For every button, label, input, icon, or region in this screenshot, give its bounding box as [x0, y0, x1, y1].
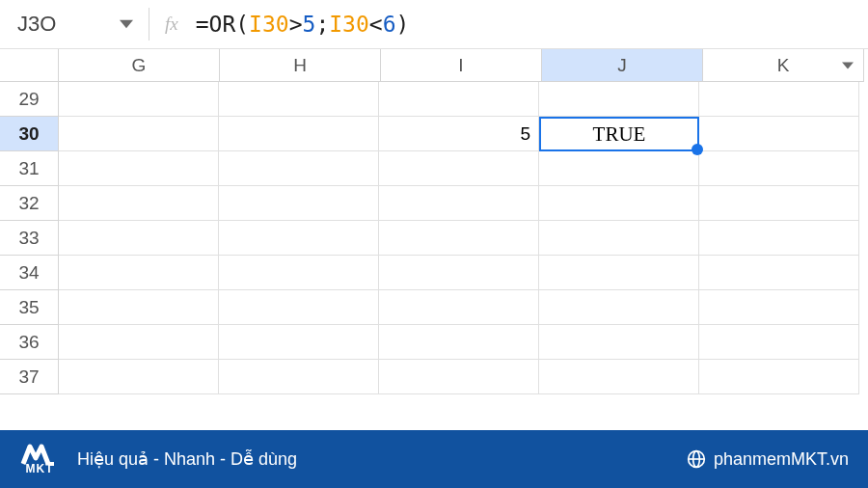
row-header[interactable]: 33: [0, 221, 59, 256]
column-header-selected[interactable]: J: [542, 49, 703, 82]
column-header[interactable]: I: [381, 49, 542, 82]
cell[interactable]: [219, 360, 379, 394]
cell-I30[interactable]: 5: [379, 117, 539, 151]
cell[interactable]: [699, 360, 859, 394]
cell[interactable]: [699, 221, 859, 256]
footer-site-link[interactable]: phanmemMKT.vn: [687, 449, 849, 470]
cell[interactable]: [219, 256, 379, 290]
cell[interactable]: [379, 256, 539, 290]
row-36: 36: [0, 325, 868, 360]
cell[interactable]: [59, 151, 219, 186]
row-30: 30 5 TRUE: [0, 117, 868, 151]
row-34: 34: [0, 256, 868, 290]
cell[interactable]: [539, 360, 699, 394]
cell[interactable]: [539, 325, 699, 360]
cell[interactable]: [219, 82, 379, 117]
cell[interactable]: [59, 256, 219, 290]
cell[interactable]: [59, 221, 219, 256]
cell[interactable]: [699, 117, 859, 151]
row-header[interactable]: 32: [0, 186, 59, 221]
select-all-corner[interactable]: [0, 49, 59, 82]
cell[interactable]: [219, 186, 379, 221]
row-header[interactable]: 37: [0, 360, 59, 394]
column-header-row: G H I J K: [0, 49, 868, 82]
cell[interactable]: [219, 117, 379, 151]
row-header[interactable]: 36: [0, 325, 59, 360]
cell[interactable]: [59, 117, 219, 151]
cell[interactable]: [539, 82, 699, 117]
cell[interactable]: [219, 151, 379, 186]
cell[interactable]: [379, 186, 539, 221]
formula-bar: J3O fx =OR(I30>5;I30<6): [0, 0, 868, 49]
cell[interactable]: [59, 290, 219, 325]
name-box[interactable]: J3O: [17, 12, 133, 37]
fx-icon[interactable]: fx: [165, 14, 178, 35]
cell[interactable]: [699, 256, 859, 290]
cell[interactable]: [699, 290, 859, 325]
cell[interactable]: [699, 151, 859, 186]
column-menu-icon[interactable]: [842, 55, 854, 76]
cell[interactable]: [379, 151, 539, 186]
row-31: 31: [0, 151, 868, 186]
cell-J30-selected[interactable]: TRUE: [539, 117, 699, 151]
row-32: 32: [0, 186, 868, 221]
cell[interactable]: [539, 256, 699, 290]
row-37: 37: [0, 360, 868, 394]
cell[interactable]: [219, 290, 379, 325]
cell[interactable]: [219, 221, 379, 256]
formula-input[interactable]: =OR(I30>5;I30<6): [196, 12, 410, 37]
cell[interactable]: [539, 186, 699, 221]
cell[interactable]: [59, 82, 219, 117]
footer-site-text: phanmemMKT.vn: [714, 449, 849, 470]
cell[interactable]: [219, 325, 379, 360]
cell[interactable]: [699, 186, 859, 221]
cell[interactable]: [59, 360, 219, 394]
cell[interactable]: [539, 221, 699, 256]
row-33: 33: [0, 221, 868, 256]
name-box-value: J3O: [17, 12, 56, 37]
cell[interactable]: [379, 325, 539, 360]
row-29: 29: [0, 82, 868, 117]
row-header[interactable]: 31: [0, 151, 59, 186]
selection-fill-handle[interactable]: [692, 144, 703, 155]
cell[interactable]: [699, 325, 859, 360]
column-header[interactable]: K: [703, 49, 864, 82]
cell[interactable]: [379, 290, 539, 325]
column-header[interactable]: H: [220, 49, 381, 82]
spreadsheet-grid[interactable]: G H I J K 29 30 5: [0, 49, 868, 394]
globe-icon: [687, 449, 706, 469]
cell[interactable]: [539, 290, 699, 325]
column-header[interactable]: G: [59, 49, 220, 82]
separator: [149, 8, 149, 41]
brand-logo: MKT: [19, 443, 60, 475]
cell[interactable]: [539, 151, 699, 186]
row-header[interactable]: 34: [0, 256, 59, 290]
row-header-selected[interactable]: 30: [0, 117, 59, 151]
cell[interactable]: [59, 186, 219, 221]
row-header[interactable]: 29: [0, 82, 59, 117]
row-header[interactable]: 35: [0, 290, 59, 325]
cell[interactable]: [59, 325, 219, 360]
cell[interactable]: [379, 82, 539, 117]
row-35: 35: [0, 290, 868, 325]
footer-tagline: Hiệu quả - Nhanh - Dễ dùng: [77, 448, 297, 470]
name-box-dropdown-icon[interactable]: [120, 12, 133, 37]
cell[interactable]: [699, 82, 859, 117]
cell[interactable]: [379, 360, 539, 394]
cell[interactable]: [379, 221, 539, 256]
footer-bar: MKT Hiệu quả - Nhanh - Dễ dùng phanmemMK…: [0, 430, 868, 488]
brand-logo-text: MKT: [26, 462, 54, 475]
